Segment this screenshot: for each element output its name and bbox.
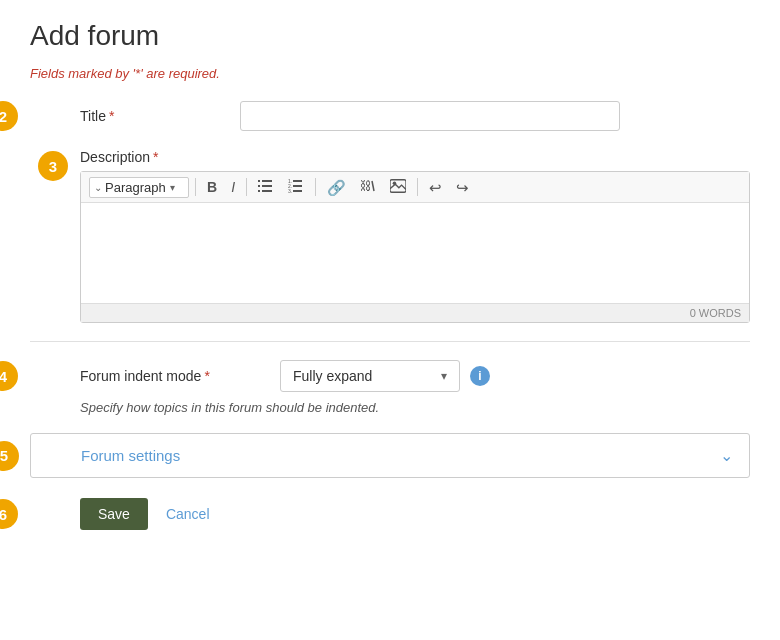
forum-settings-chevron-icon: ⌄: [720, 446, 733, 465]
numbered-list-icon: 1. 2. 3.: [288, 179, 304, 193]
word-count: 0 WORDS: [81, 303, 749, 322]
title-input[interactable]: [240, 101, 620, 131]
title-required-star: *: [109, 108, 114, 124]
bullet-list-icon: [258, 179, 274, 193]
unlink-icon: ⛓: [360, 179, 376, 193]
forum-settings-label: Forum settings: [81, 447, 720, 464]
required-notice: Fields marked by '*' are required.: [30, 66, 750, 81]
section-divider: [30, 341, 750, 342]
description-section: 3 Description* ⌄ Paragraph ▾ B I: [30, 149, 750, 323]
svg-text:3.: 3.: [288, 188, 292, 193]
step-3-badge: 3: [38, 151, 68, 181]
indent-mode-select[interactable]: Fully expand ▾: [280, 360, 460, 392]
indent-required-star: *: [204, 368, 209, 384]
cancel-button[interactable]: Cancel: [160, 498, 216, 530]
save-button[interactable]: Save: [80, 498, 148, 530]
step-6-badge: 6: [0, 499, 18, 529]
step-5-badge: 5: [0, 441, 19, 471]
step-4-badge: 4: [0, 361, 18, 391]
description-editor: ⌄ Paragraph ▾ B I 1.: [80, 171, 750, 323]
actions-row: 6 Save Cancel: [30, 498, 750, 530]
svg-rect-2: [258, 185, 260, 187]
toolbar-bold-btn[interactable]: B: [202, 177, 222, 197]
title-label: Title*: [80, 108, 240, 124]
toolbar-link-btn[interactable]: 🔗: [322, 177, 351, 198]
toolbar-sep-3: [315, 178, 316, 196]
info-icon[interactable]: i: [470, 366, 490, 386]
toolbar-redo-btn[interactable]: ↪: [451, 177, 474, 198]
indent-mode-row: 4 Forum indent mode* Fully expand ▾ i: [30, 360, 750, 392]
svg-rect-7: [293, 180, 302, 182]
step-2-badge: 2: [0, 101, 18, 131]
description-label-row: 3 Description*: [80, 149, 750, 165]
svg-rect-9: [293, 185, 302, 187]
toolbar-unlink-btn[interactable]: ⛓: [355, 176, 381, 198]
svg-rect-11: [293, 190, 302, 192]
toolbar-sep-1: [195, 178, 196, 196]
indent-hint: Specify how topics in this forum should …: [30, 400, 750, 415]
paragraph-chevron-left: ⌄: [94, 182, 102, 193]
toolbar-numbered-list-btn[interactable]: 1. 2. 3.: [283, 176, 309, 198]
toolbar-italic-btn[interactable]: I: [226, 177, 240, 197]
svg-text:⛓: ⛓: [360, 179, 372, 193]
svg-rect-4: [258, 190, 260, 192]
svg-rect-3: [262, 185, 272, 187]
description-required-star: *: [153, 149, 158, 165]
image-icon: [390, 179, 406, 193]
toolbar-sep-2: [246, 178, 247, 196]
page-title: Add forum: [30, 20, 750, 52]
toolbar-bullet-list-btn[interactable]: [253, 176, 279, 198]
toolbar-undo-btn[interactable]: ↩: [424, 177, 447, 198]
description-editor-body[interactable]: [81, 203, 749, 303]
select-arrow-icon: ▾: [441, 369, 447, 383]
svg-rect-0: [258, 180, 260, 182]
indent-mode-label: Forum indent mode*: [80, 368, 280, 384]
svg-rect-1: [262, 180, 272, 182]
paragraph-select[interactable]: ⌄ Paragraph ▾: [89, 177, 189, 198]
description-label: Description*: [80, 149, 240, 165]
forum-settings-row[interactable]: 5 Forum settings ⌄: [30, 433, 750, 478]
toolbar-sep-4: [417, 178, 418, 196]
indent-selected-value: Fully expand: [293, 368, 372, 384]
title-field-row: 2 Title*: [30, 101, 750, 131]
paragraph-label: Paragraph: [105, 180, 166, 195]
toolbar-image-btn[interactable]: [385, 176, 411, 198]
editor-toolbar: ⌄ Paragraph ▾ B I 1.: [81, 172, 749, 203]
paragraph-chevron: ▾: [170, 182, 175, 193]
svg-rect-5: [262, 190, 272, 192]
svg-line-13: [372, 181, 374, 191]
